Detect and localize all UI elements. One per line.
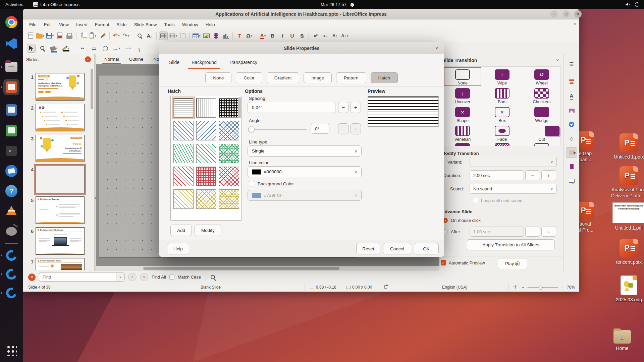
angle-plus-button[interactable]: + xyxy=(351,123,361,134)
hatch-green-diagonal-steep[interactable] xyxy=(173,144,194,163)
duration-plus-button[interactable]: + xyxy=(541,170,556,180)
spacing-minus-button[interactable]: − xyxy=(338,102,348,113)
transition-venetian[interactable]: Venetian xyxy=(444,126,481,142)
fill-color-icon[interactable]: ▾ xyxy=(50,44,58,53)
transition-panel-close-icon[interactable]: × xyxy=(556,58,559,63)
after-plus-button[interactable]: + xyxy=(541,227,556,237)
dock-gimp[interactable] xyxy=(3,223,19,239)
find-replace-icon[interactable] xyxy=(136,32,144,40)
hatch-green-diagonal-up[interactable] xyxy=(196,144,216,163)
power-icon[interactable] xyxy=(635,2,639,7)
transition-wheel[interactable]: ↺Wheel xyxy=(523,69,560,85)
font-color-icon[interactable]: A▾ xyxy=(259,32,267,40)
minimize-button[interactable]: − xyxy=(550,10,558,18)
fill-image-button[interactable]: Image xyxy=(304,72,332,83)
animation-icon[interactable] xyxy=(566,161,577,172)
insert-image-icon[interactable] xyxy=(202,32,211,40)
clone-formatting-icon[interactable] xyxy=(98,32,107,40)
bold-icon[interactable]: B xyxy=(268,32,277,40)
dock-libreoffice-calc[interactable] xyxy=(3,123,19,139)
maximize-button[interactable]: □ xyxy=(562,10,570,18)
transition-wipe[interactable]: ↑Wipe xyxy=(483,69,521,85)
slide-thumbnail-3[interactable]: YOUR LOGO Part 01 Introduction to AI in … xyxy=(36,135,85,162)
find-all-label[interactable]: Find All xyxy=(152,275,166,280)
hatch-blue-diagonal-up[interactable] xyxy=(173,121,194,140)
zoom-out-icon[interactable]: − xyxy=(522,285,524,290)
focused-app-indicator[interactable]: LibreOffice Impress xyxy=(29,2,84,7)
desktop-icon-home[interactable]: ⌂ Home xyxy=(605,330,640,351)
zoom-slider[interactable] xyxy=(527,287,558,288)
dock-libreoffice-impress[interactable] xyxy=(3,79,19,95)
find-input[interactable] xyxy=(39,273,116,282)
spacing-plus-button[interactable]: + xyxy=(351,102,361,113)
hatch-green-triple-net[interactable] xyxy=(219,144,239,163)
play-button[interactable]: Play ▶ xyxy=(498,258,527,269)
volume-icon[interactable] xyxy=(626,2,630,6)
angle-slider[interactable] xyxy=(249,129,307,130)
transition-dissolve[interactable] xyxy=(483,143,521,146)
shapes-icon[interactable]: ◇ xyxy=(566,133,577,144)
find-previous-button[interactable]: ∧ xyxy=(128,273,137,281)
dock-chrome[interactable] xyxy=(3,14,19,30)
tab-transparency[interactable]: Transparency xyxy=(224,57,262,69)
menu-insert[interactable]: Insert xyxy=(72,21,91,28)
fill-hatch-button[interactable]: Hatch xyxy=(371,72,398,83)
hatch-black-crossed[interactable] xyxy=(219,98,239,118)
menu-edit[interactable]: Edit xyxy=(40,21,55,28)
slide-thumbnail-1[interactable]: YOUR LOGO Applications of Artificial Int… xyxy=(36,73,85,101)
insert-chart-icon[interactable] xyxy=(221,32,230,40)
find-close-icon[interactable]: × xyxy=(28,274,36,281)
connector-tool-icon[interactable]: ┐ xyxy=(135,44,144,53)
copy-icon[interactable] xyxy=(79,32,88,40)
hatch-yellow-triple-net[interactable] xyxy=(219,189,239,209)
menu-help[interactable]: Help xyxy=(202,21,219,28)
print-icon[interactable] xyxy=(65,32,74,40)
hatch-blue-diagonal-down[interactable] xyxy=(196,121,216,140)
cancel-button[interactable]: Cancel xyxy=(383,243,411,254)
transition-shape[interactable]: ×Shape xyxy=(444,107,481,123)
sidebar-menu-icon[interactable]: ☰ xyxy=(566,59,577,70)
sound-select[interactable]: No sound∨ xyxy=(470,184,557,194)
italic-icon[interactable]: I xyxy=(278,32,287,40)
menu-format[interactable]: Format xyxy=(91,21,113,28)
duration-input[interactable]: 2.00 sec xyxy=(470,170,524,180)
dock-thunderbird[interactable] xyxy=(3,163,19,179)
transition-wedge[interactable]: Wedge xyxy=(523,107,560,123)
dock-remote-3[interactable] xyxy=(3,285,19,301)
activities-button[interactable]: Activities xyxy=(0,2,29,7)
properties-icon[interactable] xyxy=(566,76,577,87)
find-history-chevron-icon[interactable]: ∨ xyxy=(116,273,125,282)
slides-panel-scrollbar[interactable] xyxy=(91,69,93,109)
open-icon[interactable]: ▾ xyxy=(36,32,45,40)
master-slides-icon[interactable] xyxy=(566,175,577,186)
transition-uncover-down[interactable]: ↓ xyxy=(444,143,481,146)
automatic-preview-checkbox[interactable]: ✓ xyxy=(441,260,446,265)
fill-gradient-button[interactable]: Gradient xyxy=(267,72,300,83)
subscript-icon[interactable]: x₂ xyxy=(321,32,330,40)
shrink-font-icon[interactable]: A↓▾ xyxy=(340,32,349,40)
insert-table-icon[interactable]: ▾ xyxy=(192,32,201,40)
apply-all-slides-button[interactable]: Apply Transition to All Slides xyxy=(467,239,555,250)
window-titlebar[interactable]: Applications of Artificial Intelligence … xyxy=(23,9,579,19)
redo-icon[interactable]: ↷▾ xyxy=(122,32,130,40)
clock[interactable]: Mar 26 17:57 xyxy=(321,0,354,9)
tab-normal[interactable]: Normal xyxy=(100,55,123,64)
ok-button[interactable]: OK xyxy=(414,243,439,254)
dock-terminal[interactable]: >_ xyxy=(3,143,19,159)
slide-thumbnail-6[interactable]: Evolution of AI in Healthcare xyxy=(36,227,85,255)
fill-color-button[interactable]: Color xyxy=(236,72,262,83)
hatch-yellow-diagonal-up[interactable] xyxy=(173,189,194,209)
line-type-select[interactable]: Single∨ xyxy=(248,145,362,157)
tab-slide[interactable]: Slide xyxy=(164,57,184,69)
arrow-tool-icon[interactable]: →▾ xyxy=(112,44,121,53)
dialog-close-icon[interactable]: × xyxy=(433,45,440,52)
angle-value-input[interactable]: 0° xyxy=(311,124,329,134)
dock-app-grid[interactable] xyxy=(3,342,19,358)
background-color-checkbox[interactable] xyxy=(249,181,254,186)
canvas-hscrollbar[interactable] xyxy=(96,266,439,271)
line-color-select[interactable]: #000000∨ xyxy=(248,166,362,177)
desktop-icon-odg[interactable]: 2025.03.odg xyxy=(609,276,644,303)
hatch-blue-diamond-net[interactable] xyxy=(219,121,239,140)
dock-remote-2[interactable] xyxy=(3,266,19,282)
transition-bars[interactable]: Bars xyxy=(483,88,521,104)
